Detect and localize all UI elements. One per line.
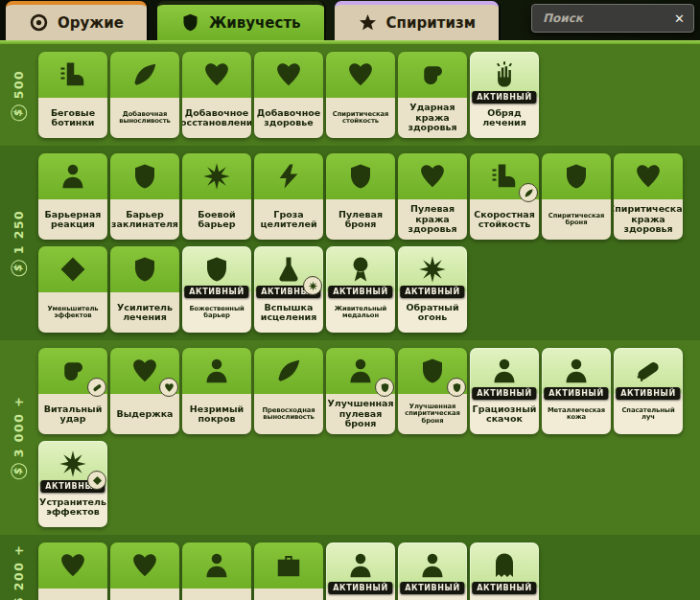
flask-icon — [274, 255, 303, 284]
skill-card[interactable]: Улучшенная пулевая броня — [326, 348, 395, 434]
skill-card[interactable]: Спиритическая броня — [542, 153, 611, 240]
person-icon — [490, 357, 519, 385]
skill-card[interactable]: АКТИВНЫЙКолосс — [326, 542, 395, 600]
skill-card[interactable]: Добавочное здоровье — [254, 52, 323, 138]
skill-row: Барьерная реакцияБарьер заклинателяБоево… — [38, 153, 700, 240]
skill-card[interactable]: АКТИВНЫЙФантомный удар — [470, 542, 539, 600]
skill-icon-area — [182, 52, 251, 98]
skill-row: Витальный ударВыдержкаНезримый покровПре… — [38, 348, 700, 434]
skill-card[interactable]: АКТИВНЫЙСпасательный луч — [614, 348, 683, 434]
tier-price-label: $500 — [0, 52, 38, 138]
skill-name: Спиритическая броня — [542, 199, 611, 240]
skill-card[interactable]: Гроза целителей — [254, 153, 323, 240]
skill-name: Вспышка исцеления — [254, 292, 323, 333]
skill-name: Выдержка — [110, 394, 179, 434]
skill-card[interactable]: Уменьшитель эффектов — [38, 246, 107, 333]
skill-card[interactable]: Барьер заклинателя — [110, 153, 179, 240]
skill-card[interactable]: Барьерная реакция — [38, 153, 107, 240]
skill-card[interactable]: АКТИВНЫЙНеудержимость — [398, 542, 467, 600]
skill-icon-area — [182, 348, 251, 394]
skill-name: Боевой барьер — [182, 199, 251, 240]
active-badge: АКТИВНЫЙ — [328, 582, 392, 594]
heart-icon — [130, 357, 159, 385]
price-tier: $3 000 +Витальный ударВыдержкаНезримый п… — [0, 340, 700, 535]
skill-card[interactable]: Превосходная выносливость — [254, 348, 323, 434]
skill-row: Вытягивающие пулиКровопийцаОграничительП… — [38, 542, 700, 600]
heart-icon — [58, 551, 87, 580]
skill-name: Обряд лечения — [470, 98, 539, 138]
skill-icon-area: АКТИВНЫЙ — [38, 441, 107, 487]
tab-Спиритизм[interactable]: Спиритизм — [335, 1, 499, 40]
medal-icon — [346, 255, 375, 284]
skill-icon-area — [254, 542, 323, 588]
skill-card[interactable]: Кровопийца — [110, 542, 179, 600]
skill-icon-area: АКТИВНЫЙ — [398, 542, 467, 588]
skill-card[interactable]: АКТИВНЫЙОбряд лечения — [470, 52, 539, 138]
tab-label: Оружие — [58, 14, 124, 32]
skill-card[interactable]: АКТИВНЫЙБожественный барьер — [182, 246, 251, 333]
tier-price-value: 1 250 — [12, 210, 27, 255]
tier-price-label: $1 250 — [0, 153, 38, 333]
skill-icon-area — [38, 246, 107, 292]
skill-card[interactable]: АКТИВНЫЙВспышка исцеления — [254, 246, 323, 333]
skill-card[interactable]: Пулевая броня — [326, 153, 395, 240]
skill-icon-area — [182, 153, 251, 199]
tier-price-label: $6 200 + — [0, 542, 38, 600]
feather-icon — [274, 357, 303, 385]
skill-name: Улучшенная спиритическая броня — [398, 394, 467, 434]
skill-row: Беговые ботинкиДобавочная выносливостьДо… — [38, 52, 700, 138]
skill-card[interactable]: Ударная кража здоровья — [398, 52, 467, 138]
skill-card[interactable]: Усилитель лечения — [110, 246, 179, 333]
shield-icon — [202, 255, 231, 284]
burst-icon — [418, 255, 447, 284]
active-badge: АКТИВНЫЙ — [472, 582, 536, 594]
skill-card[interactable]: Ограничитель — [182, 542, 251, 600]
person-icon — [346, 357, 375, 385]
skill-icon-area — [182, 542, 251, 588]
search-input[interactable] — [541, 11, 668, 26]
skill-card[interactable]: АКТИВНЫЙОбратный огонь — [398, 246, 467, 333]
target-icon — [29, 12, 49, 33]
skill-card[interactable]: Перерождение души — [254, 542, 323, 600]
skill-icon-area: АКТИВНЫЙ — [398, 246, 467, 292]
tab-Живучесть[interactable]: Живучесть — [157, 1, 324, 40]
skill-card[interactable]: Спиритическая стойкость — [326, 52, 395, 138]
heart-icon — [202, 60, 231, 89]
active-badge: АКТИВНЫЙ — [616, 387, 680, 400]
burst-icon — [58, 450, 87, 478]
search-clear-icon[interactable]: ✕ — [674, 12, 685, 25]
skill-name: Ограничитель — [182, 588, 251, 600]
skill-card[interactable]: Незримый покров — [182, 348, 251, 434]
skill-name: Божественный барьер — [182, 292, 251, 333]
skill-card[interactable]: Беговые ботинки — [38, 52, 107, 138]
mini-badge — [519, 183, 538, 202]
price-tier: $500Беговые ботинкиДобавочная выносливос… — [0, 44, 700, 146]
skill-card[interactable]: АКТИВНЫЙУстранитель эффектов — [38, 441, 107, 527]
skill-name: Пулевая броня — [326, 199, 395, 240]
skill-card[interactable]: Добавочное восстановление — [182, 52, 251, 138]
tier-price-value: 3 000 + — [12, 396, 27, 457]
mini-badge — [87, 378, 106, 397]
person-icon — [202, 357, 231, 385]
skill-card[interactable]: Вытягивающие пули — [38, 542, 107, 600]
skill-card[interactable]: Выдержка — [110, 348, 179, 434]
active-badge: АКТИВНЫЙ — [328, 286, 392, 298]
skill-card[interactable]: АКТИВНЫЙМеталлическая кожа — [542, 348, 611, 434]
skill-card[interactable]: Улучшенная спиритическая броня — [398, 348, 467, 434]
feather-icon — [524, 188, 534, 198]
skill-card[interactable]: Витальный удар — [38, 348, 107, 434]
shield-icon — [452, 382, 462, 393]
shield-icon — [130, 255, 159, 284]
skill-card[interactable]: Добавочная выносливость — [110, 52, 179, 138]
skill-name: Улучшенная пулевая броня — [326, 394, 395, 434]
skill-name: Добавочная выносливость — [110, 98, 179, 138]
tab-Оружие[interactable]: Оружие — [6, 1, 147, 40]
skill-card[interactable]: АКТИВНЫЙГрациозный скачок — [470, 348, 539, 434]
skill-card[interactable]: Скоростная стойкость — [470, 153, 539, 240]
tab-label: Живучесть — [209, 14, 301, 32]
skill-card[interactable]: Боевой барьер — [182, 153, 251, 240]
skill-card[interactable]: Спиритическая кража здоровья — [614, 153, 683, 240]
skill-card[interactable]: Пулевая кража здоровья — [398, 153, 467, 240]
skill-card[interactable]: АКТИВНЫЙЖивительный медальон — [326, 246, 395, 333]
skill-icon-area — [38, 153, 107, 199]
